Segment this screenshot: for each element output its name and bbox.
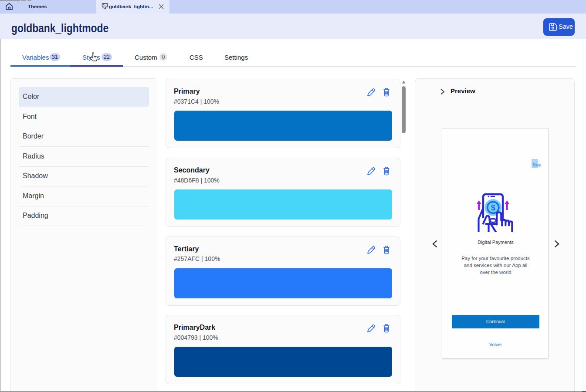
svg-text:$: $ [491,203,495,212]
